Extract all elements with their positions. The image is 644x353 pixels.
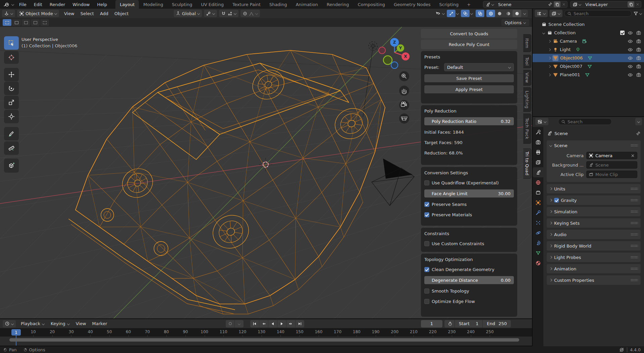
disable-render-camera-icon[interactable]	[636, 72, 641, 78]
tool-rotate-button[interactable]	[4, 82, 19, 95]
workspace-tab-modeling[interactable]: Modeling	[139, 0, 167, 9]
disable-render-camera-icon[interactable]	[636, 30, 641, 36]
preserve-materials-row[interactable]: Preserve Materials	[424, 211, 514, 218]
show-overlays-toggle[interactable]	[461, 10, 470, 17]
properties-editor-type-button[interactable]	[535, 118, 548, 125]
editor-type-button[interactable]	[2, 10, 15, 17]
select-mode-invert-button[interactable]	[31, 19, 40, 26]
panel-drag-handle[interactable]	[631, 279, 638, 282]
shading-solid-button[interactable]	[495, 10, 504, 17]
panel-rigid-body-world[interactable]: Rigid Body World	[547, 241, 641, 251]
save-preset-button[interactable]: Save Preset	[424, 74, 514, 82]
viewport-3d[interactable]: ZYX User Perspective (1) Collection | Ob…	[0, 27, 532, 318]
sidebar-tab-tech-pack[interactable]: Tech Pack	[523, 114, 531, 144]
tool-scale-button[interactable]	[4, 96, 19, 109]
expand-icon[interactable]	[549, 187, 552, 190]
active-clip-field[interactable]: Movie Clip	[586, 171, 637, 178]
menu-render[interactable]: Render	[46, 2, 69, 7]
pin-icon[interactable]	[636, 131, 641, 136]
timeline-scrollbar[interactable]	[9, 338, 519, 342]
panel-drag-handle[interactable]	[631, 187, 638, 190]
expand-icon[interactable]	[549, 199, 552, 202]
hide-viewport-eye-icon[interactable]	[628, 47, 633, 52]
expand-icon[interactable]	[549, 222, 552, 224]
visibility-dropdown[interactable]	[433, 10, 447, 17]
expand-icon[interactable]	[549, 267, 552, 270]
viewport-menu-add[interactable]: Add	[97, 11, 111, 16]
panel-drag-handle[interactable]	[631, 233, 638, 236]
timeline-menu-view[interactable]: View	[73, 321, 89, 326]
use-preview-range-button[interactable]	[444, 320, 454, 327]
tool-annotate-button[interactable]	[4, 127, 19, 140]
keying-options-dropdown[interactable]	[235, 320, 244, 327]
scene-panel-header[interactable]: Scene	[547, 140, 641, 150]
menu-file[interactable]: File	[15, 2, 30, 7]
panel-animation[interactable]: Animation	[547, 264, 641, 273]
poly-reduction-ratio-slider[interactable]: Poly Reduction Ratio0.32	[424, 117, 514, 125]
hide-viewport-eye-icon[interactable]	[628, 30, 633, 36]
timeline-menu-playback[interactable]: Playback	[18, 321, 48, 326]
menu-window[interactable]: Window	[69, 2, 93, 7]
background--field[interactable]: Scene	[586, 161, 637, 169]
properties-tab-object[interactable]	[533, 197, 543, 208]
properties-tab-tool[interactable]	[533, 127, 543, 137]
viewlayer-browse-chevron-icon[interactable]	[579, 3, 581, 6]
properties-tab-world[interactable]	[533, 177, 543, 187]
outliner-search-input[interactable]: Search	[564, 10, 632, 17]
collapse-icon[interactable]	[542, 32, 545, 34]
panel-gravity[interactable]: Gravity	[547, 195, 641, 205]
tool-add-cube-button[interactable]	[4, 159, 19, 173]
scene-selector[interactable]: Scene	[483, 1, 568, 8]
scene-name[interactable]: Scene	[496, 2, 548, 7]
sidebar-tab-item[interactable]: Item	[523, 34, 531, 52]
show-gizmo-toggle[interactable]	[447, 10, 455, 17]
jump-to-end-button[interactable]	[296, 320, 304, 327]
viewport-menu-select[interactable]: Select	[77, 11, 97, 16]
proportional-editing-group[interactable]	[240, 10, 260, 17]
preserve-seams-row[interactable]: Preserve Seams	[424, 201, 514, 208]
disable-render-camera-icon[interactable]	[636, 64, 641, 69]
expand-icon[interactable]	[549, 256, 552, 259]
clean-degenerate-row[interactable]: Clean Degenerate Geometry	[424, 266, 514, 273]
hide-viewport-eye-icon[interactable]	[628, 55, 633, 61]
panel-drag-handle[interactable]	[631, 144, 638, 147]
outliner-scene-mode-dropdown[interactable]	[549, 10, 562, 17]
play-reverse-button[interactable]	[268, 320, 277, 327]
workspace-tab-rendering[interactable]: Rendering	[322, 0, 353, 9]
panel-drag-handle[interactable]	[631, 210, 638, 213]
tool-cursor-button[interactable]	[4, 51, 19, 64]
outliner-row-collection[interactable]: Collection	[533, 29, 644, 37]
properties-tab-view-layer[interactable]	[533, 157, 543, 167]
sidebar-tab-lighting[interactable]: Lighting	[523, 87, 531, 112]
shading-material-button[interactable]	[504, 10, 513, 17]
panel-custom-properties[interactable]: Custom Properties	[547, 275, 641, 285]
panel-drag-handle[interactable]	[631, 267, 638, 270]
shading-wireframe-button[interactable]	[486, 10, 495, 17]
expand-icon[interactable]	[548, 74, 551, 76]
sidebar-tab-tri-to-quad[interactable]: Tri to Quad	[523, 148, 531, 179]
start-frame-field[interactable]: Start1	[455, 320, 482, 327]
timeline-ruler[interactable]: 1 10203040506070809010011012013014015016…	[0, 328, 532, 337]
app-menu-chevron-icon[interactable]	[11, 3, 14, 6]
preset-dropdown[interactable]: Default	[444, 63, 514, 71]
tool-select-box-button[interactable]	[4, 36, 19, 50]
unlink-scene-button[interactable]	[560, 1, 567, 7]
jump-to-start-button[interactable]	[250, 320, 259, 327]
convert-to-quads-button[interactable]: Convert to Quads	[421, 29, 517, 38]
outliner-filter-dropdown[interactable]	[633, 11, 642, 16]
snap-toggle-group[interactable]	[219, 10, 238, 17]
menu-help[interactable]: Help	[94, 2, 111, 7]
collection-exclude-checkbox[interactable]	[620, 31, 625, 35]
properties-tab-object-data[interactable]	[533, 248, 543, 258]
workspace-tab-shading[interactable]: Shading	[265, 0, 291, 9]
workspace-tab-layout[interactable]: Layout	[115, 0, 139, 9]
workspace-tab-scripting[interactable]: Scripting	[435, 0, 463, 9]
new-scene-button[interactable]	[554, 1, 560, 7]
shading-rendered-button[interactable]	[513, 10, 521, 17]
toggle-xray-button[interactable]	[476, 10, 484, 17]
disable-render-camera-icon[interactable]	[636, 39, 641, 44]
new-viewlayer-button[interactable]	[628, 1, 634, 7]
outliner-row-camera[interactable]: Camera	[533, 37, 644, 45]
blender-logo-icon[interactable]	[3, 1, 10, 7]
expand-icon[interactable]	[549, 233, 552, 236]
